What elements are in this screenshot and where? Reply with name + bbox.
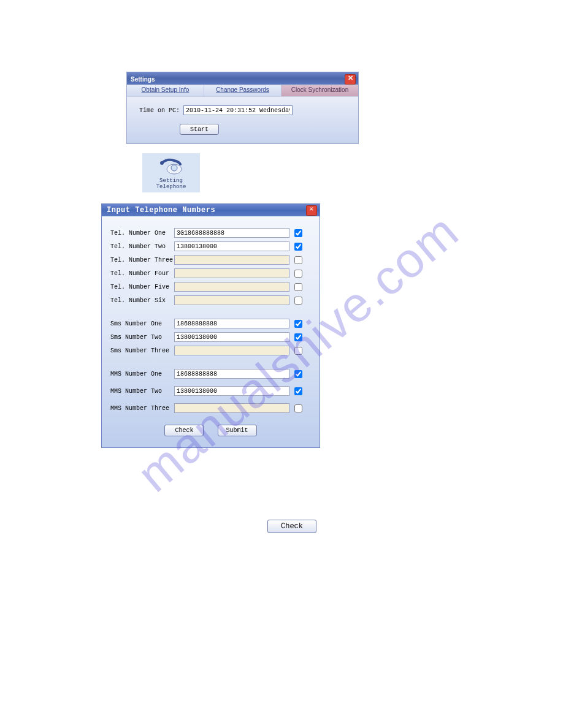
tel-three-checkbox[interactable] — [294, 256, 302, 264]
settings-window: Settings ✕ Obtain Setup Info Change Pass… — [126, 72, 359, 144]
sms-one-label: Sms Number One — [110, 320, 174, 327]
standalone-check-wrap: Check — [262, 520, 321, 533]
tel-group: Tel. Number One Tel. Number Two Tel. Num… — [110, 226, 311, 307]
settings-body: Time on PC: Start — [127, 97, 358, 143]
tel-three-label: Tel. Number Three — [110, 257, 174, 264]
mms-one-label: MMS Number One — [110, 371, 174, 377]
sms-three-label: Sms Number Three — [110, 347, 174, 354]
input-telephone-title: Input Telephone Numbers — [107, 206, 215, 214]
tel-six-checkbox[interactable] — [294, 297, 302, 305]
telephone-icon — [158, 157, 184, 175]
sms-two-label: Sms Number Two — [110, 334, 174, 341]
mms-three-label: MMS Number Three — [110, 405, 174, 412]
mms-one-input[interactable] — [174, 369, 289, 379]
standalone-check-button[interactable]: Check — [267, 520, 316, 533]
sms-three-input[interactable] — [174, 346, 289, 355]
tel-five-checkbox[interactable] — [294, 283, 302, 291]
close-icon[interactable]: ✕ — [345, 74, 356, 85]
sms-two-input[interactable] — [174, 332, 289, 342]
tel-two-checkbox[interactable] — [294, 243, 302, 251]
settings-title: Settings — [131, 76, 155, 83]
tel-one-input[interactable] — [174, 228, 289, 238]
svg-point-1 — [171, 165, 177, 171]
mms-two-input[interactable] — [174, 386, 289, 396]
sms-group: Sms Number One Sms Number Two Sms Number… — [110, 317, 311, 357]
mms-three-checkbox[interactable] — [294, 404, 302, 412]
mms-three-input[interactable] — [174, 403, 289, 413]
tel-two-input[interactable] — [174, 241, 289, 251]
tel-three-input[interactable] — [174, 255, 289, 265]
sms-three-checkbox[interactable] — [294, 347, 302, 355]
sms-two-checkbox[interactable] — [294, 333, 302, 341]
tel-six-label: Tel. Number Six — [110, 297, 174, 304]
setting-telephone-label: Setting Telephone — [144, 178, 199, 190]
input-telephone-window: Input Telephone Numbers ✕ Tel. Number On… — [101, 203, 320, 448]
tel-one-checkbox[interactable] — [294, 229, 302, 237]
setting-telephone-shortcut[interactable]: Setting Telephone — [142, 153, 200, 192]
tel-five-label: Tel. Number Five — [110, 284, 174, 290]
mms-one-checkbox[interactable] — [294, 370, 302, 378]
check-button[interactable]: Check — [164, 425, 204, 436]
tel-four-checkbox[interactable] — [294, 270, 302, 278]
settings-titlebar: Settings ✕ — [127, 72, 358, 85]
sms-one-checkbox[interactable] — [294, 320, 302, 328]
mms-two-label: MMS Number Two — [110, 388, 174, 395]
tel-five-input[interactable] — [174, 282, 289, 292]
tel-six-input[interactable] — [174, 295, 289, 305]
tel-four-label: Tel. Number Four — [110, 270, 174, 277]
tel-four-input[interactable] — [174, 268, 289, 278]
time-on-pc-label: Time on PC: — [139, 107, 180, 114]
button-row: Check Submit — [110, 425, 311, 436]
input-telephone-titlebar: Input Telephone Numbers ✕ — [102, 204, 320, 216]
sms-one-input[interactable] — [174, 319, 289, 328]
mms-group: MMS Number One MMS Number Two MMS Number… — [110, 367, 311, 415]
submit-button[interactable]: Submit — [218, 425, 257, 436]
close-icon[interactable]: ✕ — [306, 205, 317, 216]
tab-clock-synchronization[interactable]: Clock Sychronization — [282, 85, 358, 96]
start-button[interactable]: Start — [180, 124, 219, 135]
tel-one-label: Tel. Number One — [110, 230, 174, 237]
tel-two-label: Tel. Number Two — [110, 243, 174, 250]
time-on-pc-input[interactable] — [183, 105, 293, 115]
svg-point-2 — [160, 161, 164, 165]
settings-tabbar: Obtain Setup Info Change Passwords Clock… — [127, 85, 358, 97]
input-telephone-body: Tel. Number One Tel. Number Two Tel. Num… — [102, 216, 320, 447]
tab-obtain-setup-info[interactable]: Obtain Setup Info — [127, 85, 204, 96]
mms-two-checkbox[interactable] — [294, 387, 302, 395]
tab-change-passwords[interactable]: Change Passwords — [204, 85, 282, 96]
